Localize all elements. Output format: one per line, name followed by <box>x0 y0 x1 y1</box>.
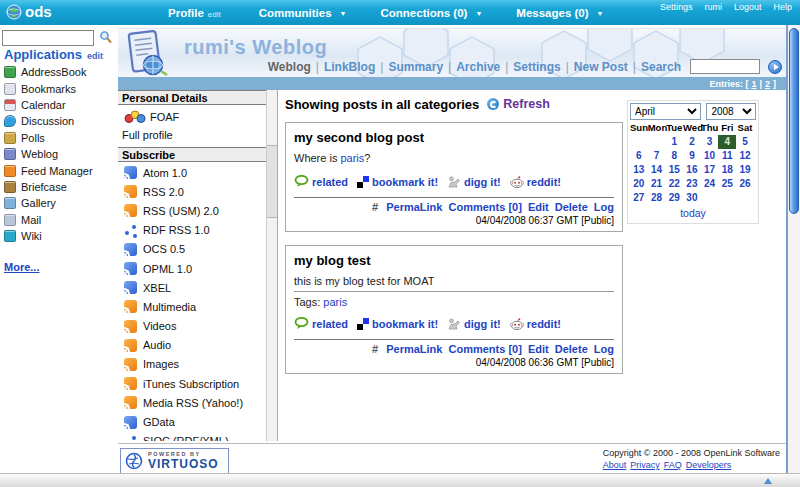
ods-logo[interactable]: ods <box>6 3 52 20</box>
digg-icon[interactable] <box>447 318 461 330</box>
weblog-tab[interactable]: Search <box>641 60 681 74</box>
top-menu-item-suffix[interactable]: edit <box>208 10 221 19</box>
digg-link[interactable]: digg it! <box>464 318 501 330</box>
calendar-day[interactable] <box>648 135 666 149</box>
subscribe-feed-item[interactable]: XBEL <box>118 278 277 297</box>
sidebar-app-item[interactable]: Gallery <box>4 195 114 211</box>
weblog-tab[interactable]: LinkBlog <box>324 60 375 74</box>
calendar-day[interactable] <box>701 191 719 205</box>
entries-page-1[interactable]: 1 <box>751 79 756 89</box>
bookmark-link[interactable]: bookmark it! <box>372 318 438 330</box>
full-profile-link[interactable]: Full profile <box>118 127 277 147</box>
calendar-day[interactable]: 25 <box>718 177 736 191</box>
delete-link[interactable]: Delete <box>555 201 588 213</box>
calendar-day[interactable]: 6 <box>630 149 648 163</box>
subscribe-feed-item[interactable]: OPML 1.0 <box>118 259 277 278</box>
applications-edit-link[interactable]: edit <box>87 51 103 61</box>
digg-link[interactable]: digg it! <box>464 176 501 188</box>
weblog-tab[interactable]: Summary <box>388 60 443 74</box>
calendar-day[interactable]: 12 <box>736 149 754 163</box>
log-link[interactable]: Log <box>594 343 614 355</box>
calendar-day[interactable] <box>718 191 736 205</box>
log-link[interactable]: Log <box>594 201 614 213</box>
reddit-icon[interactable] <box>510 176 524 188</box>
sidebar-search-input[interactable] <box>2 30 94 46</box>
calendar-year-select[interactable]: 2008 <box>706 103 756 120</box>
calendar-month-select[interactable]: April <box>630 103 701 120</box>
subscribe-feed-item[interactable]: RDF RSS 1.0 <box>118 221 277 240</box>
calendar-day[interactable]: 13 <box>630 163 648 177</box>
subscribe-feed-item[interactable]: Audio <box>118 336 277 355</box>
permalink-link[interactable]: PermaLink <box>386 201 442 213</box>
panel-scrollbar-thumb[interactable] <box>267 145 277 218</box>
calendar-day[interactable]: 16 <box>683 163 701 177</box>
sidebar-app-item[interactable]: Feed Manager <box>4 162 114 178</box>
sidebar-app-item[interactable]: Bookmarks <box>4 80 114 96</box>
edit-link[interactable]: Edit <box>528 201 549 213</box>
subscribe-feed-item[interactable]: Atom 1.0 <box>118 163 277 182</box>
sidebar-app-item[interactable]: Briefcase <box>4 179 114 195</box>
calendar-day[interactable]: 20 <box>630 177 648 191</box>
calendar-day[interactable]: 29 <box>665 191 683 205</box>
go-arrow-button[interactable] <box>768 60 782 74</box>
calendar-day[interactable]: 15 <box>665 163 683 177</box>
calendar-day[interactable]: 8 <box>665 149 683 163</box>
delicious-icon[interactable] <box>357 176 369 188</box>
subscribe-feed-item[interactable]: SIOC (RDF/XML) <box>118 432 277 441</box>
calendar-day[interactable]: 26 <box>736 177 754 191</box>
weblog-search-input[interactable] <box>690 59 760 74</box>
reddit-link[interactable]: reddit! <box>527 176 561 188</box>
hash-anchor[interactable]: # <box>372 343 378 355</box>
related-link[interactable]: related <box>312 318 348 330</box>
sidebar-app-item[interactable]: Calendar <box>4 97 114 113</box>
delicious-icon[interactable] <box>357 318 369 330</box>
footer-link[interactable]: Privacy <box>630 460 660 470</box>
sidebar-app-item[interactable]: Polls <box>4 130 114 146</box>
footer-link[interactable]: Developers <box>686 460 732 470</box>
foaf-link[interactable]: FOAF <box>118 105 277 127</box>
calendar-day[interactable]: 10 <box>701 149 719 163</box>
related-icon[interactable] <box>294 175 309 188</box>
user-link[interactable]: Logout <box>734 2 762 12</box>
permalink-link[interactable]: PermaLink <box>386 343 442 355</box>
calendar-day[interactable]: 18 <box>718 163 736 177</box>
reddit-icon[interactable] <box>510 318 524 330</box>
subscribe-feed-item[interactable]: Multimedia <box>118 297 277 316</box>
horizontal-scrollbar[interactable] <box>0 473 800 487</box>
top-menu-item[interactable]: Profile edit <box>168 7 225 19</box>
calendar-day[interactable]: 22 <box>665 177 683 191</box>
weblog-tab[interactable]: Archive <box>456 60 500 74</box>
calendar-day[interactable]: 7 <box>648 149 666 163</box>
top-menu-item[interactable]: Communities ▼ <box>259 7 347 19</box>
powered-by-virtuoso-badge[interactable]: POWERED BY VIRTUOSO <box>120 448 229 474</box>
calendar-day[interactable] <box>736 191 754 205</box>
calendar-day[interactable]: 23 <box>683 177 701 191</box>
subscribe-feed-item[interactable]: RSS 2.0 <box>118 182 277 201</box>
entries-page-2[interactable]: 2 <box>765 79 770 89</box>
post-body-link[interactable]: paris <box>340 152 364 164</box>
calendar-day[interactable]: 4 <box>718 135 736 149</box>
sidebar-app-item[interactable]: Weblog <box>4 146 114 162</box>
footer-link[interactable]: FAQ <box>664 460 682 470</box>
bookmark-link[interactable]: bookmark it! <box>372 176 438 188</box>
user-link[interactable]: rumi <box>704 2 722 12</box>
vertical-scrollbar[interactable] <box>786 25 800 473</box>
user-link[interactable]: Settings <box>660 2 693 12</box>
vertical-scrollbar-thumb[interactable] <box>789 28 799 214</box>
subscribe-feed-item[interactable]: Images <box>118 355 277 374</box>
comments-link[interactable]: Comments [0] <box>448 201 521 213</box>
calendar-day[interactable]: 1 <box>665 135 683 149</box>
calendar-day[interactable]: 11 <box>718 149 736 163</box>
weblog-tab[interactable]: New Post <box>574 60 628 74</box>
calendar-day[interactable]: 17 <box>701 163 719 177</box>
calendar-day[interactable]: 30 <box>683 191 701 205</box>
calendar-day[interactable]: 5 <box>736 135 754 149</box>
search-icon[interactable] <box>99 30 113 45</box>
subscribe-feed-item[interactable]: GData <box>118 412 277 431</box>
user-link[interactable]: Help <box>773 2 792 12</box>
calendar-day[interactable]: 28 <box>648 191 666 205</box>
related-link[interactable]: related <box>312 176 348 188</box>
subscribe-feed-item[interactable]: OCS 0.5 <box>118 240 277 259</box>
delete-link[interactable]: Delete <box>555 343 588 355</box>
weblog-tab[interactable]: Settings <box>513 60 560 74</box>
